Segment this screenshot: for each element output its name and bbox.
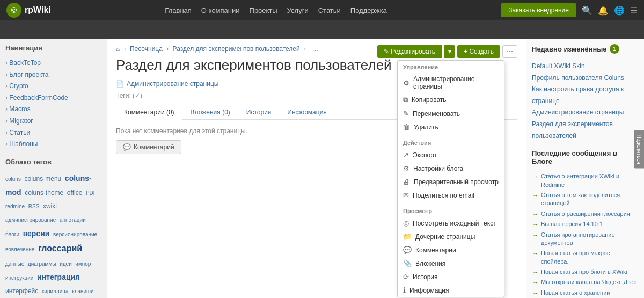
blog-link-5[interactable]: Статья про аннотирование документов — [541, 231, 639, 248]
nav-home[interactable]: Главная — [165, 6, 191, 14]
dropdown-history[interactable]: ⟳ История — [398, 270, 504, 284]
blog-link-3[interactable]: Статья о расширении глоссария — [541, 210, 630, 218]
tag-cyrillic[interactable]: кириллица — [42, 288, 69, 294]
dropdown-blog-settings[interactable]: ⚙ Настройки блога — [398, 162, 504, 175]
recent-link-1[interactable]: Default XWiki Skin — [532, 61, 639, 72]
breadcrumb-home[interactable]: ⌂ — [116, 45, 120, 53]
create-button[interactable]: + Создать — [457, 45, 500, 58]
tag-office[interactable]: office — [67, 189, 82, 197]
blog-link-2[interactable]: Статья о том как поделиться страницей — [541, 191, 639, 208]
sidebar-link-articles[interactable]: Статьи — [5, 127, 101, 139]
add-comment-button[interactable]: 💬 Комментарий — [116, 140, 181, 154]
dropdown-preview[interactable]: 🖨 Предварительный просмотр — [398, 175, 504, 188]
blog-link-8[interactable]: Мы открыли канал на Яндекс.Дзен — [541, 278, 637, 286]
breadcrumb-sep1: › — [124, 45, 126, 53]
sidebar-link-crypto[interactable]: Crypto — [5, 81, 101, 92]
tag-engagement[interactable]: вовлечение — [5, 246, 34, 252]
tag-blogs[interactable]: блоги — [5, 231, 19, 237]
menu-icon[interactable]: ☰ — [630, 5, 638, 16]
tag-integration[interactable]: интеграция — [37, 273, 79, 281]
left-sidebar: Навигация BackToTop Блог проекта Crypto … — [0, 39, 107, 298]
navigation-links: BackToTop Блог проекта Crypto FeedbackFo… — [5, 57, 101, 150]
tag-interface[interactable]: интерфейс — [5, 287, 38, 295]
blog-item-4: Вышла версия 14.10.1 — [532, 220, 639, 228]
dropdown-email[interactable]: ✉ Поделиться по email — [398, 188, 504, 202]
recent-link-3[interactable]: Как настроить права доступа к странице — [532, 84, 639, 107]
tag-data[interactable]: данные — [5, 261, 24, 267]
tag-ideas[interactable]: идеи — [60, 261, 72, 267]
tag-coluns[interactable]: coluns — [5, 176, 21, 182]
tag-administration[interactable]: администрирование — [5, 217, 56, 223]
sidebar-link-backtotop[interactable]: BackToTop — [5, 57, 101, 69]
nav-about[interactable]: О компании — [201, 6, 240, 14]
dropdown-info[interactable]: ℹ Информация — [398, 284, 504, 297]
breadcrumb-current[interactable]: Раздел для экспериментов пользователей — [173, 45, 300, 53]
edit-dropdown-button[interactable]: ▾ — [444, 45, 455, 58]
nav-bar — [0, 20, 644, 39]
blog-link-9[interactable]: Новая статья о хранении структурированны… — [541, 289, 639, 298]
recent-link-4[interactable]: Администрирование страницы — [532, 107, 639, 119]
recent-link-2[interactable]: Профиль пользователя Coluns — [532, 72, 639, 84]
action-buttons: ✎ Редактировать ▾ + Создать ⋯ — [377, 45, 517, 58]
recent-link-5[interactable]: Раздел для экспериментов пользователей — [532, 119, 639, 142]
tag-keys[interactable]: клавиши — [72, 288, 93, 294]
sidebar-link-macros[interactable]: Macros — [5, 104, 101, 115]
dropdown-export[interactable]: ↗ Экспорт — [398, 148, 504, 162]
tag-pdf[interactable]: PDF — [86, 190, 97, 196]
tab-comments[interactable]: Комментарии (0) — [116, 105, 182, 120]
tag-coluns-theme[interactable]: coluns-theme — [25, 189, 63, 197]
tab-attachments[interactable]: Вложения (0) — [182, 105, 238, 120]
dropdown-rename[interactable]: ✎ Переименовать — [398, 107, 504, 120]
tag-versioning[interactable]: версионирование — [53, 231, 97, 237]
order-button[interactable]: Заказать внедрение — [501, 3, 576, 17]
dropdown-delete[interactable]: 🗑 Удалить — [398, 120, 504, 134]
recent-links: Default XWiki Skin Профиль пользователя … — [532, 61, 639, 142]
breadcrumb-sep3: › — [304, 45, 306, 53]
sidebar-link-templates[interactable]: Шаблоны — [5, 139, 101, 150]
tag-rss[interactable]: RSS — [28, 203, 40, 209]
user-icon[interactable]: 🌐 — [614, 5, 625, 16]
breadcrumb-sep2: › — [166, 45, 169, 53]
dropdown-admin[interactable]: ⚙ Администрирование страницы — [398, 72, 504, 93]
floating-share-tab[interactable]: Поделиться — [634, 130, 644, 168]
search-icon[interactable]: 🔍 — [582, 5, 592, 16]
tag-diagrams[interactable]: диаграммы — [28, 261, 56, 267]
nav-support[interactable]: Поддержка — [350, 6, 387, 14]
sidebar-link-blog[interactable]: Блог проекта — [5, 69, 101, 81]
sidebar-link-feedbackformcode[interactable]: FeedbackFormCode — [5, 92, 101, 104]
dropdown-copy[interactable]: ⧉ Копировать — [398, 93, 504, 107]
blog-link-4[interactable]: Вышла версия 14.10.1 — [541, 220, 603, 228]
dropdown-comments[interactable]: 💬 Комментарии — [398, 243, 504, 257]
tag-redmine[interactable]: redmine — [5, 203, 25, 209]
blog-link-6[interactable]: Новая статья про макрос спойлера. — [541, 249, 639, 266]
tag-annotations[interactable]: аннотации — [60, 217, 86, 223]
comment-icon: 💬 — [123, 143, 131, 151]
dropdown-source[interactable]: ◎ Посмотреть исходный текст — [398, 216, 504, 230]
sidebar-link-migrator[interactable]: Migrator — [5, 115, 101, 127]
nav-articles[interactable]: Статьи — [318, 6, 341, 14]
dropdown-children[interactable]: 📁 Дочерние страницы — [398, 230, 504, 243]
blog-link-1[interactable]: Статья о интеграции XWiki и Redmine — [541, 172, 639, 189]
blog-link-7[interactable]: Новая статья про блоги в XWiki — [541, 268, 627, 276]
tag-xwiki[interactable]: xwiki — [43, 202, 57, 210]
tab-history[interactable]: История — [238, 105, 280, 120]
blog-item-8: Мы открыли канал на Яндекс.Дзен — [532, 278, 639, 286]
nav-services[interactable]: Услуги — [287, 6, 309, 14]
nav-projects[interactable]: Проекты — [250, 6, 277, 14]
rename-icon: ✎ — [403, 110, 409, 118]
dropdown-attachments[interactable]: 📎 Вложения — [398, 257, 504, 270]
blog-items: Статья о интеграции XWiki и Redmine Стат… — [532, 172, 639, 298]
tag-glossary[interactable]: глоссарий — [38, 244, 82, 253]
notification-icon[interactable]: 🔔 — [598, 5, 609, 16]
tag-instructions[interactable]: инструкции — [5, 275, 33, 281]
navigation-section: Навигация BackToTop Блог проекта Crypto … — [5, 44, 101, 150]
tag-import[interactable]: импорт — [75, 261, 93, 267]
source-icon: ◎ — [403, 219, 409, 227]
tag-versions[interactable]: версии — [23, 229, 50, 238]
tag-coluns-menu[interactable]: coluns-menu — [25, 175, 62, 183]
edit-button[interactable]: ✎ Редактировать — [377, 45, 442, 58]
breadcrumb-sandbox[interactable]: Песочница — [130, 45, 163, 53]
more-button[interactable]: ⋯ — [502, 45, 517, 58]
logo[interactable]: © rpWiki — [6, 3, 51, 18]
tab-info[interactable]: Информация — [279, 105, 334, 120]
